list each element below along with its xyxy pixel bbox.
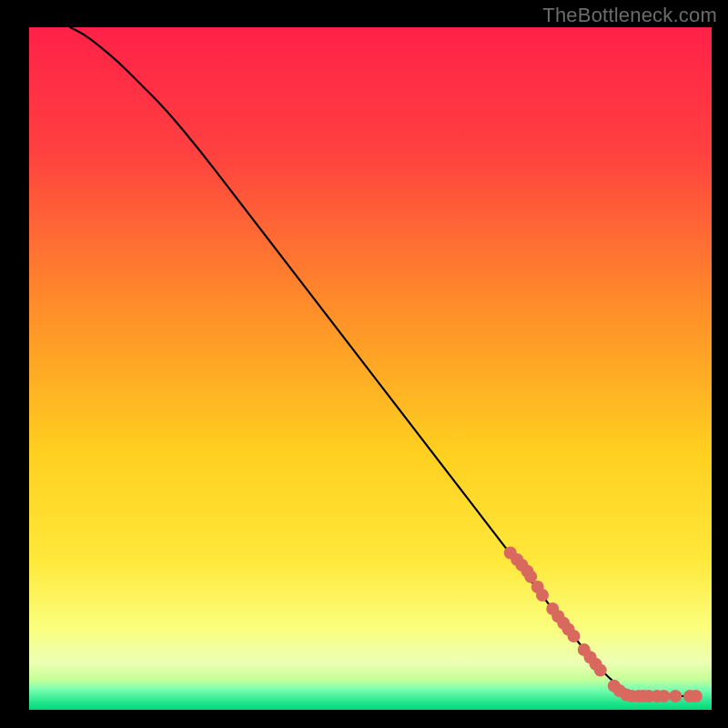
- watermark-text: TheBottleneck.com: [542, 4, 717, 27]
- marker-point: [594, 664, 607, 677]
- chart-stage: TheBottleneck.com: [0, 0, 728, 728]
- marker-point: [690, 690, 703, 703]
- marker-point: [568, 630, 581, 642]
- marker-point: [658, 690, 671, 703]
- plot-background: [29, 27, 712, 710]
- marker-point: [536, 589, 549, 602]
- marker-point: [669, 690, 682, 703]
- chart-svg: [0, 0, 728, 728]
